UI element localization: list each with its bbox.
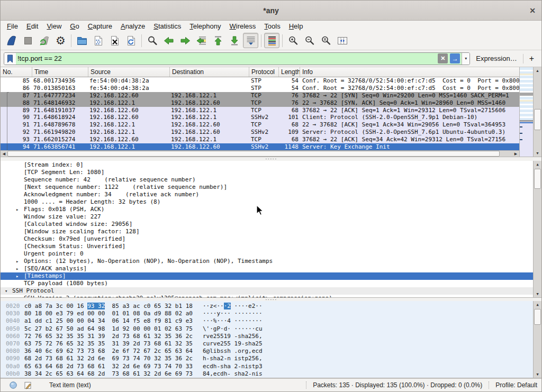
filter-clear-button[interactable]: ✕ [438,53,448,63]
menu-capture[interactable]: Capture [84,22,116,31]
menu-help[interactable]: Help [285,22,308,31]
expression-button[interactable]: Expression… [474,54,519,62]
expand-icon[interactable]: ▸ [16,295,19,298]
filter-apply-button[interactable]: → [450,53,460,63]
go-first-button[interactable] [210,33,225,48]
hex-row[interactable]: 009068 2d 73 68 61 32 2d 6e 69 73 74 70 … [1,355,541,362]
hex-row[interactable]: 003080 18 00 e3 79 ed 00 00 01 01 08 0a … [1,310,541,317]
detail-row[interactable]: Urgent pointer: 0 [1,250,533,258]
detail-row[interactable]: [TCP Segment Len: 1080] [1,169,533,176]
zoom-out-button[interactable] [302,33,317,48]
detail-row-flags[interactable]: ▸Flags: 0x018 (PSH, ACK) [1,206,533,213]
packet-row-85[interactable]: 8568.001734936fe:54:00:d4:38:2aSTP54Conf… [1,77,519,85]
capture-options-button[interactable]: ⚙ [53,33,68,48]
column-header-protocol[interactable]: Protocol [249,67,279,77]
scroll-left-icon[interactable]: ◀ [1,151,7,157]
hex-row[interactable]: 007063 75 72 76 65 32 35 35 31 39 2d 73 … [1,340,541,348]
menu-edit[interactable]: Edit [22,22,42,31]
stop-capture-button[interactable] [20,33,35,48]
open-file-button[interactable] [74,33,89,48]
expand-icon[interactable]: ▸ [16,206,19,213]
detail-row[interactable]: Window size value: 227 [1,213,533,221]
go-to-packet-button[interactable] [194,33,209,48]
status-profile[interactable]: Profile: Default [495,381,537,389]
column-header-info[interactable]: Info [300,67,519,77]
scroll-down-icon[interactable]: ▼ [534,150,541,157]
vscrollbar-thumb[interactable] [534,309,541,325]
packet-row-89[interactable]: 8971.648191037192.168.122.60192.168.122.… [1,107,519,114]
start-capture-button[interactable] [4,33,19,48]
column-header-no[interactable]: No. [1,67,32,77]
menu-file[interactable]: File [3,22,22,31]
column-header-destination[interactable]: Destination [170,67,249,77]
resize-columns-button[interactable] [335,33,350,48]
save-file-button[interactable] [91,33,106,48]
packet-row-88[interactable]: 8871.648146932192.168.122.1192.168.122.6… [1,99,519,107]
go-last-button[interactable] [227,33,242,48]
hscrollbar-track[interactable] [500,151,512,157]
scroll-right-icon[interactable]: ▶ [512,151,519,157]
menu-go[interactable]: Go [66,22,83,31]
detail-row[interactable]: [Next sequence number: 1122 (relative se… [1,184,533,191]
detail-row[interactable]: 1000 .... = Header Length: 32 bytes (8) [1,198,533,206]
scroll-up-icon[interactable]: ▲ [534,67,541,74]
hex-row[interactable]: 0040a1 dd c1 25 00 00 04 34 06 14 f5 e8 … [1,317,541,325]
column-header-time[interactable]: Time [32,67,88,77]
packet-row-92[interactable]: 9271.661949820192.168.122.1192.168.122.6… [1,129,519,136]
close-file-button[interactable] [107,33,122,48]
hex-row[interactable]: 00505c 27 b2 67 50 ad 64 98 1d 92 00 00 … [1,325,541,333]
menu-wireless[interactable]: Wireless [225,22,260,31]
detail-row[interactable]: Checksum: 0x79ed [unverified] [1,235,533,243]
pane-splitter[interactable] [1,157,541,161]
hex-row[interactable]: 00b038 34 2c 65 63 64 68 2d 73 68 61 32 … [1,370,541,378]
packet-minimap[interactable] [519,67,533,157]
find-packet-button[interactable] [144,33,160,48]
scroll-up-icon[interactable]: ▲ [534,301,541,308]
display-filter-input[interactable] [17,54,436,62]
go-forward-button[interactable] [177,33,193,48]
scroll-down-icon[interactable]: ▼ [534,371,541,378]
detail-row[interactable]: [Calculated window size: 29056] [1,221,533,228]
filter-bookmark-button[interactable] [4,53,16,65]
capture-comment-icon[interactable] [24,381,32,389]
packet-list-hscrollbar[interactable]: ◀ ▶ [1,150,519,157]
colorize-button[interactable] [264,33,279,48]
packet-row-87[interactable]: 8771.647777234192.168.122.60192.168.122.… [1,92,519,99]
detail-row[interactable]: TCP payload (1080 bytes) [1,280,533,287]
hex-vscrollbar[interactable]: ▲ ▼ [533,301,541,378]
detail-row-timestamps-selected[interactable]: ▸[Timestamps] [1,272,533,280]
menu-tools[interactable]: Tools [260,22,284,31]
vscrollbar-thumb[interactable] [534,169,541,189]
details-vscrollbar[interactable]: ▲ ▼ [533,161,541,297]
packet-row-93[interactable]: 9371.662015274192.168.122.60192.168.122.… [1,136,519,143]
expand-icon[interactable]: ▸ [16,272,19,280]
detail-row-ssh-version[interactable]: ▸SSH Version 2 (encryption:chacha20-poly… [1,295,533,298]
title-bar[interactable]: *any ✕ [1,1,541,21]
detail-row[interactable]: [Stream index: 0] [1,161,533,169]
detail-row-seq-ack[interactable]: ▸[SEQ/ACK analysis] [1,265,533,272]
collapse-icon[interactable]: ▾ [5,287,7,295]
menu-telephony[interactable]: Telephony [185,22,225,31]
hex-row[interactable]: 0020c0 a8 7a 3c 00 16 93 32 85 a3 ac c0 … [1,303,541,310]
column-header-length[interactable]: Length [279,67,300,77]
expand-icon[interactable]: ▸ [16,265,19,272]
vscrollbar-thumb[interactable] [534,109,541,130]
packet-list-vscrollbar[interactable]: ▲ ▼ [533,67,541,157]
hscrollbar-thumb[interactable] [7,151,500,157]
expert-info-icon[interactable] [9,381,17,389]
packet-row-86[interactable]: 8670.013850163fe:54:00:d4:38:2aSTP54Conf… [1,85,519,92]
scroll-down-icon[interactable]: ▼ [534,290,541,297]
hex-row[interactable]: 008036 40 6c 69 62 73 73 68 2e 6f 72 67 … [1,348,541,355]
add-filter-button[interactable]: + [527,54,538,63]
hex-row[interactable]: 006072 76 65 32 35 35 31 39 2d 73 68 61 … [1,333,541,340]
detail-row-options[interactable]: ▸Options: (12 bytes), No-Operation (NOP)… [1,258,533,265]
detail-row[interactable]: Sequence number: 42 (relative sequence n… [1,176,533,184]
menu-view[interactable]: View [42,22,66,31]
reload-file-button[interactable] [123,33,139,48]
expand-icon[interactable]: ▸ [16,258,19,265]
go-back-button[interactable] [161,33,176,48]
hex-row[interactable]: 00a065 63 64 68 2d 73 68 61 32 2d 6e 69 … [1,363,541,370]
zoom-reset-button[interactable] [318,33,333,48]
close-window-button[interactable]: ✕ [529,6,536,15]
menu-statistics[interactable]: Statistics [149,22,185,31]
